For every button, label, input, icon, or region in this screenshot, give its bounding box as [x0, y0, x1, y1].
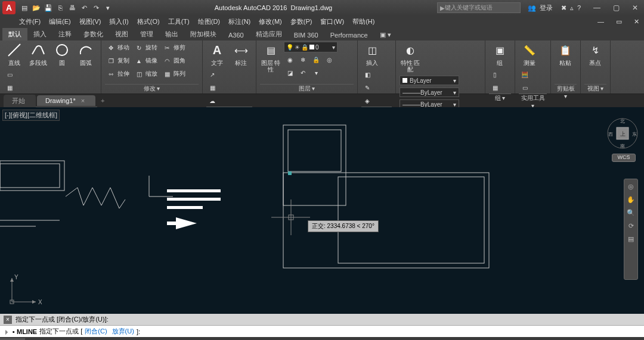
line-button[interactable]: 直线 — [4, 42, 25, 66]
ribbon-tab-view[interactable]: 视图 — [109, 28, 134, 40]
menu-tools[interactable]: 工具(T) — [168, 17, 190, 26]
layer-match-button[interactable]: ◪ — [284, 67, 296, 79]
menu-file[interactable]: 文件(F) — [19, 17, 41, 26]
hatch-button[interactable]: ▦ — [4, 82, 16, 93]
cmd-keyword-close[interactable]: 闭合(C) — [85, 327, 107, 336]
cloud-icon[interactable]: ▵ — [570, 4, 574, 12]
nav-pan-icon[interactable]: ✋ — [626, 196, 636, 205]
calc-button[interactable]: 🧮 — [519, 68, 531, 80]
rotate-button[interactable]: ↻旋转 — [133, 42, 159, 54]
scale-button[interactable]: ◫缩放 — [133, 68, 159, 80]
cmd-keyword-undo[interactable]: 放弃(U) — [112, 327, 134, 336]
ribbon-tab-manage[interactable]: 管理 — [134, 28, 159, 40]
layer-iso-button[interactable]: ◎ — [323, 54, 335, 65]
panel-view-title[interactable]: 视图 ▾ — [584, 84, 606, 93]
layer-dropdown[interactable]: 💡☀🔒0▾ — [284, 42, 338, 52]
layout1-tab[interactable]: 布局1 — [26, 338, 54, 341]
ribbon-tab-bim360[interactable]: BIM 360 — [288, 30, 324, 40]
app-icon[interactable]: A — [2, 1, 16, 14]
group-button[interactable]: ▣组 — [489, 42, 510, 66]
model-tab[interactable]: 模型 — [0, 338, 25, 341]
qat-save-icon[interactable]: 💾 — [43, 2, 54, 13]
ribbon-tab-extra[interactable]: ▣ ▾ — [374, 29, 397, 40]
nav-zoom-icon[interactable]: 🔍 — [626, 209, 636, 219]
ribbon-tab-a360[interactable]: A360 — [222, 30, 250, 40]
menu-dimension[interactable]: 标注(N) — [228, 17, 250, 26]
edit-block-button[interactable]: ✎ — [361, 82, 373, 93]
menu-view[interactable]: 视图(V) — [79, 17, 101, 26]
arc-button[interactable]: 圆弧 — [75, 42, 97, 66]
doc-minimize-icon[interactable]: — — [597, 18, 604, 25]
wcs-label[interactable]: WCS — [612, 154, 636, 162]
tab-close-icon[interactable]: × — [81, 97, 85, 104]
command-input-line[interactable]: ⏵ ▪ MLINE 指定下一点或 [闭合(C) 放弃(U)]: — [0, 326, 644, 337]
layer-freeze-button[interactable]: ❄ — [297, 54, 309, 65]
layer-state-button[interactable]: ▾ — [310, 67, 322, 79]
doc-restore-icon[interactable]: ▭ — [616, 18, 622, 26]
ucs-icon[interactable]: X Y — [6, 272, 42, 308]
drawing-canvas[interactable]: [-][俯视][二维线框] 正交: 2334.6738 < 270° — [0, 107, 644, 314]
panel-modify-title[interactable]: 修改 ▾ — [105, 84, 199, 93]
dimension-button[interactable]: ⟷标注 — [230, 42, 252, 66]
panel-layers-title[interactable]: 图层 ▾ — [260, 84, 354, 93]
menu-format[interactable]: 格式(O) — [137, 17, 160, 26]
insert-block-button[interactable]: ◫插入 — [361, 42, 383, 66]
circle-button[interactable]: 圆 — [51, 42, 73, 66]
command-close-icon[interactable]: × — [4, 316, 12, 324]
user-area[interactable]: 👥 登录 ✖ ▵ ? — [528, 4, 581, 13]
menu-draw[interactable]: 绘图(D) — [198, 17, 220, 26]
start-tab[interactable]: 开始 — [4, 95, 36, 107]
nav-showmotion-icon[interactable]: ▤ — [626, 235, 636, 245]
create-block-button[interactable]: ◧ — [361, 68, 373, 80]
nav-wheel-icon[interactable]: ◎ — [626, 183, 636, 192]
menu-modify[interactable]: 修改(M) — [259, 17, 282, 26]
attrib-button[interactable]: ◈ — [361, 95, 373, 107]
group-edit-button[interactable]: ▦ — [489, 82, 501, 93]
minimize-button[interactable]: — — [588, 2, 606, 14]
view-cube[interactable]: 上 北 南 西 东 — [607, 118, 638, 149]
basepoint-button[interactable]: ↯基点 — [584, 42, 606, 66]
exchange-icon[interactable]: ✖ — [561, 4, 566, 12]
doc-close-icon[interactable]: ✕ — [634, 18, 639, 26]
measure-button[interactable]: 📏测量 — [519, 42, 540, 66]
color-dropdown[interactable]: ByLayer▾ — [400, 76, 459, 85]
menu-insert[interactable]: 插入(I) — [109, 17, 128, 26]
cloud-annot-button[interactable]: ☁ — [206, 95, 218, 107]
ribbon-tab-default[interactable]: 默认 — [2, 28, 27, 40]
qat-more-icon[interactable]: ▾ — [103, 2, 113, 13]
layer-off-button[interactable]: ◉ — [284, 54, 296, 65]
polyline-button[interactable]: 多段线 — [27, 42, 49, 66]
rect-button[interactable]: ▭ — [4, 68, 16, 80]
menu-parametric[interactable]: 参数(P) — [290, 17, 312, 26]
menu-window[interactable]: 窗口(W) — [320, 17, 344, 26]
add-tab-button[interactable]: + — [97, 95, 109, 106]
help-search[interactable]: ▶ 键入关键字或短语 — [437, 2, 521, 13]
panel-util-title[interactable]: 实用工具 ▾ — [519, 93, 547, 103]
mirror-button[interactable]: ▲镜像 — [133, 55, 159, 67]
ribbon-tab-addons[interactable]: 附加模块 — [184, 28, 222, 40]
qat-print-icon[interactable]: 🖶 — [67, 2, 78, 13]
qat-new-icon[interactable]: ▤ — [19, 2, 30, 13]
array-button[interactable]: ▦阵列 — [161, 68, 187, 80]
match-props-button[interactable]: ◐特性 匹配 — [400, 42, 421, 73]
drawing-tab[interactable]: Drawing1* × — [37, 95, 95, 106]
ribbon-tab-output[interactable]: 输出 — [159, 28, 184, 40]
qat-undo-icon[interactable]: ↶ — [79, 2, 89, 13]
layer-prev-button[interactable]: ↶ — [297, 67, 309, 79]
panel-group-title[interactable]: 组 ▾ — [489, 93, 511, 102]
ribbon-tab-featured[interactable]: 精选应用 — [250, 28, 288, 40]
lineweight-dropdown[interactable]: ——— ByLayer▾ — [400, 88, 459, 97]
text-button[interactable]: A文字 — [206, 42, 228, 66]
trim-button[interactable]: ✂修剪 — [161, 42, 187, 54]
leader-button[interactable]: ↗ — [206, 68, 218, 80]
table-button[interactable]: ▦ — [206, 82, 218, 93]
maximize-button[interactable]: ▢ — [607, 2, 625, 14]
close-button[interactable]: ✕ — [626, 2, 644, 14]
menu-help[interactable]: 帮助(H) — [352, 17, 374, 26]
paste-button[interactable]: 📋粘贴 — [555, 42, 576, 66]
panel-clip-title[interactable]: 剪贴板 ▾ — [555, 84, 577, 93]
qat-redo-icon[interactable]: ↷ — [91, 2, 101, 13]
fillet-button[interactable]: ◠圆角 — [161, 55, 187, 67]
qat-saveas-icon[interactable]: ⎘ — [55, 2, 66, 13]
copy-button[interactable]: ❐复制 — [105, 55, 131, 67]
